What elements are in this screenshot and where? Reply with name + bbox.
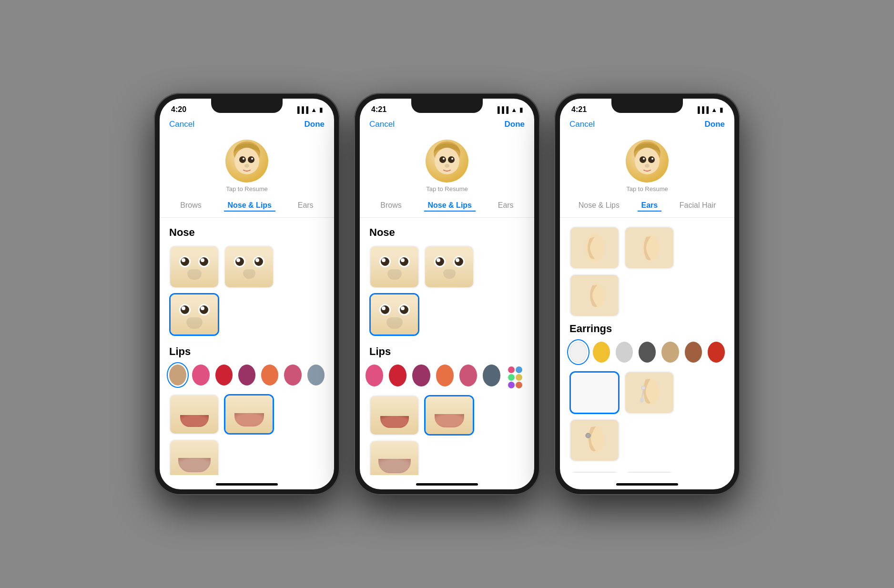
svg-point-11: [448, 156, 455, 163]
earring-color-3-5[interactable]: [661, 342, 679, 363]
lip-color-palette[interactable]: [506, 365, 525, 386]
cancel-button-3[interactable]: Cancel: [569, 120, 595, 129]
lip-color-2-6[interactable]: [483, 365, 500, 386]
lip-color-1-6[interactable]: [284, 365, 301, 385]
time-1: 4:20: [171, 105, 186, 114]
done-button-2[interactable]: Done: [505, 120, 525, 129]
earring-option-drop[interactable]: [624, 371, 674, 414]
ears-top-row: [569, 226, 725, 317]
earring-color-3-2[interactable]: [593, 342, 610, 363]
tab-nose-lips-2[interactable]: Nose & Lips: [424, 200, 476, 212]
ear-option-top-2[interactable]: [624, 226, 674, 269]
avatar-3[interactable]: [626, 140, 669, 182]
svg-point-14: [445, 164, 449, 168]
earring-option-none[interactable]: [569, 371, 620, 414]
avatar-svg-2: [426, 140, 468, 182]
eye-left-1: [179, 256, 191, 267]
wifi-icon-2: ▲: [511, 106, 517, 113]
svg-point-9: [435, 148, 459, 174]
ear-svg-top-3: [583, 279, 607, 312]
earring-color-3-1[interactable]: [569, 342, 587, 363]
lips-shape-2-1-1[interactable]: [369, 395, 419, 436]
nose-option-1-2[interactable]: [224, 245, 274, 288]
earring-option-stud[interactable]: [569, 419, 620, 462]
nose-option-2-1[interactable]: [369, 245, 419, 288]
lips-title-1: Lips: [169, 345, 325, 358]
nose-option-2-2[interactable]: [424, 245, 474, 288]
svg-point-12: [443, 158, 445, 160]
earring-color-3-3[interactable]: [616, 342, 633, 363]
tab-bar-3: Nose & Lips Ears Facial Hair: [560, 196, 734, 218]
avatar-1[interactable]: [225, 140, 268, 182]
phone-1: 4:20 ▐▐▐ ▲ ▮ Cancel Done: [154, 93, 340, 495]
time-3: 4:21: [571, 105, 587, 114]
lips-vis-2: [234, 413, 264, 426]
tap-resume-2[interactable]: Tap to Resume: [426, 185, 467, 193]
lips-shape-1-2[interactable]: [224, 394, 274, 435]
lip-color-2-3[interactable]: [412, 365, 430, 386]
tab-brows-2[interactable]: Brows: [376, 200, 405, 212]
lip-color-2-1[interactable]: [366, 365, 383, 386]
eyes-2-1: [379, 256, 410, 267]
tab-facial-hair-3[interactable]: Facial Hair: [676, 200, 720, 212]
tab-brows-1[interactable]: Brows: [176, 200, 205, 212]
nose-option-2-3[interactable]: [369, 293, 419, 336]
tap-resume-1[interactable]: Tap to Resume: [226, 185, 267, 193]
nose-face-3: [171, 294, 218, 335]
ear-option-top-3[interactable]: [569, 274, 620, 317]
avatar-section-1: Tap to Resume: [160, 135, 334, 196]
tap-resume-3[interactable]: Tap to Resume: [626, 185, 668, 193]
lip-color-1-3[interactable]: [215, 365, 233, 385]
lips-shape-1-3[interactable]: [169, 439, 219, 475]
status-icons-2: ▐▐▐ ▲ ▮: [495, 106, 523, 113]
done-button-3[interactable]: Done: [705, 120, 725, 129]
nose-shape-2-3: [386, 317, 403, 329]
lip-color-2-4[interactable]: [436, 365, 454, 386]
lips-shape-2-1-3[interactable]: [369, 440, 419, 475]
earring-option-hoop[interactable]: [624, 471, 674, 473]
lip-color-1-1[interactable]: [169, 365, 186, 385]
lip-color-1-7[interactable]: [307, 365, 325, 385]
lip-color-1-5[interactable]: [261, 365, 278, 385]
eye-right-2: [253, 256, 264, 267]
earring-color-3-6[interactable]: [685, 342, 702, 363]
nose-option-1-1[interactable]: [169, 245, 219, 288]
lips-vis-1: [180, 415, 209, 427]
tab-ears-3[interactable]: Ears: [638, 200, 662, 212]
lip-colors-2: [366, 365, 525, 386]
tab-ears-1[interactable]: Ears: [294, 200, 317, 212]
lips-shape-2-1-2[interactable]: [424, 395, 474, 436]
ear-vis-top-3: [570, 275, 619, 316]
lip-color-1-2[interactable]: [192, 365, 209, 385]
lips-face-2: [225, 395, 273, 433]
lips-face-2-3: [370, 441, 418, 475]
tab-nose-lips-1[interactable]: Nose & Lips: [224, 200, 275, 212]
earring-color-3-7[interactable]: [708, 342, 725, 363]
ear-option-top-1[interactable]: [569, 226, 620, 269]
earring-option-long[interactable]: [569, 471, 620, 473]
done-button-1[interactable]: Done: [305, 120, 325, 129]
avatar-2[interactable]: [426, 140, 468, 182]
earrings-title-3: Earrings: [569, 323, 725, 335]
ear-svg-top-1: [583, 231, 607, 264]
lip-color-1-4[interactable]: [238, 365, 255, 385]
tab-ears-2[interactable]: Ears: [494, 200, 518, 212]
nose-option-1-3[interactable]: [169, 293, 219, 336]
lip-color-2-2[interactable]: [389, 365, 406, 386]
nose-shape-2-1: [387, 269, 402, 280]
cancel-button-2[interactable]: Cancel: [369, 120, 395, 129]
tab-nose-lips-3[interactable]: Nose & Lips: [575, 200, 623, 212]
lips-vis-2-2: [435, 414, 464, 427]
cancel-button-1[interactable]: Cancel: [169, 120, 194, 129]
eyes-2-2: [434, 256, 465, 267]
svg-point-5: [243, 158, 244, 160]
nose-shape-2: [243, 269, 255, 279]
lips-face-2-2: [426, 396, 473, 434]
svg-point-6: [251, 158, 253, 160]
lips-shape-1-1[interactable]: [169, 394, 219, 435]
avatar-svg-1: [225, 140, 268, 182]
nose-shape-1: [187, 269, 202, 280]
nav-bar-1: Cancel Done: [160, 118, 334, 135]
earring-color-3-4[interactable]: [639, 342, 656, 363]
lip-color-2-5[interactable]: [459, 365, 477, 386]
